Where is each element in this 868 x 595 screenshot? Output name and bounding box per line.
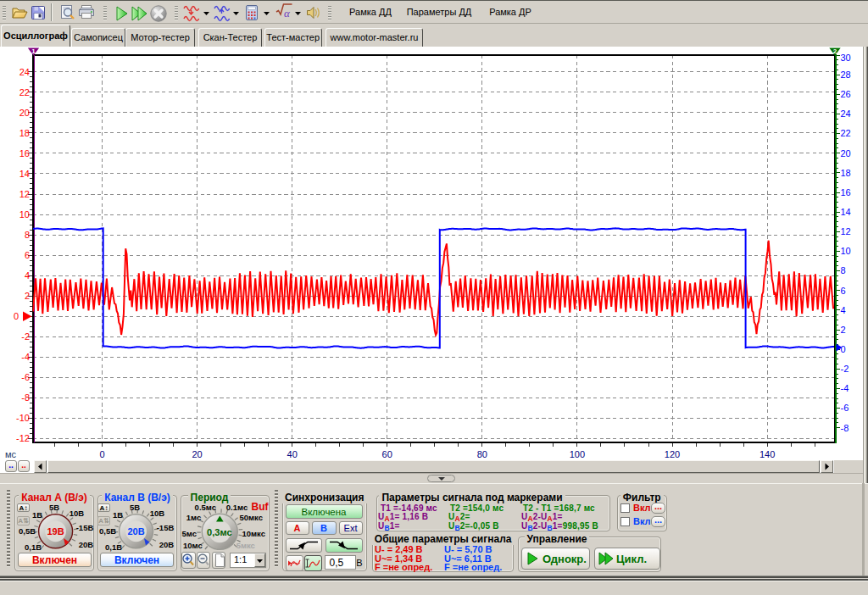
svg-text:80: 80 bbox=[477, 449, 487, 459]
svg-text:0: 0 bbox=[841, 344, 846, 354]
svg-text:24: 24 bbox=[841, 108, 851, 119]
svg-text:0: 0 bbox=[99, 449, 104, 459]
svg-text:-12: -12 bbox=[16, 433, 30, 443]
svg-text:24: 24 bbox=[19, 67, 30, 77]
svg-text:-4: -4 bbox=[841, 383, 849, 393]
svg-text:α: α bbox=[284, 7, 291, 19]
svg-text:-10: -10 bbox=[16, 413, 30, 423]
svg-text:мс: мс bbox=[5, 449, 17, 459]
svg-text:14: 14 bbox=[841, 207, 851, 217]
svg-text:-2: -2 bbox=[21, 331, 30, 342]
svg-text:60: 60 bbox=[382, 449, 392, 459]
svg-text:6: 6 bbox=[841, 286, 846, 296]
svg-text:14: 14 bbox=[19, 169, 30, 179]
svg-text:22: 22 bbox=[19, 87, 30, 97]
svg-text:16: 16 bbox=[841, 187, 851, 197]
svg-text:-6: -6 bbox=[21, 372, 30, 382]
svg-text:12: 12 bbox=[19, 189, 30, 199]
svg-text:-8: -8 bbox=[21, 392, 30, 403]
svg-text:20: 20 bbox=[841, 148, 851, 158]
svg-text:26: 26 bbox=[841, 89, 851, 99]
svg-text:10: 10 bbox=[841, 246, 851, 256]
svg-text:1: 1 bbox=[31, 47, 36, 55]
svg-text:-2: -2 bbox=[841, 364, 849, 374]
svg-text:10: 10 bbox=[19, 209, 30, 220]
svg-text:2: 2 bbox=[25, 291, 30, 301]
svg-text:-4: -4 bbox=[21, 352, 30, 362]
svg-text:30: 30 bbox=[841, 53, 851, 63]
svg-text:18: 18 bbox=[841, 168, 851, 178]
svg-text:4: 4 bbox=[25, 270, 30, 281]
svg-text:100: 100 bbox=[570, 449, 585, 459]
svg-text:20: 20 bbox=[19, 108, 30, 118]
svg-text:140: 140 bbox=[760, 449, 775, 459]
svg-text:20: 20 bbox=[192, 449, 202, 459]
svg-text:6: 6 bbox=[25, 250, 30, 260]
svg-text:12: 12 bbox=[841, 226, 851, 236]
svg-text:2: 2 bbox=[841, 325, 846, 335]
svg-text:2: 2 bbox=[833, 47, 837, 55]
svg-text:22: 22 bbox=[841, 128, 851, 138]
svg-text:0: 0 bbox=[14, 311, 19, 321]
svg-text:-8: -8 bbox=[841, 423, 849, 433]
svg-text:18: 18 bbox=[19, 128, 30, 138]
svg-text:-6: -6 bbox=[841, 403, 849, 413]
svg-text:40: 40 bbox=[287, 449, 298, 459]
svg-text:28: 28 bbox=[841, 70, 851, 80]
svg-text:120: 120 bbox=[665, 449, 680, 459]
svg-text:16: 16 bbox=[19, 148, 30, 158]
svg-text:4: 4 bbox=[841, 305, 846, 315]
svg-text:8: 8 bbox=[841, 265, 846, 275]
svg-text:8: 8 bbox=[25, 230, 30, 240]
